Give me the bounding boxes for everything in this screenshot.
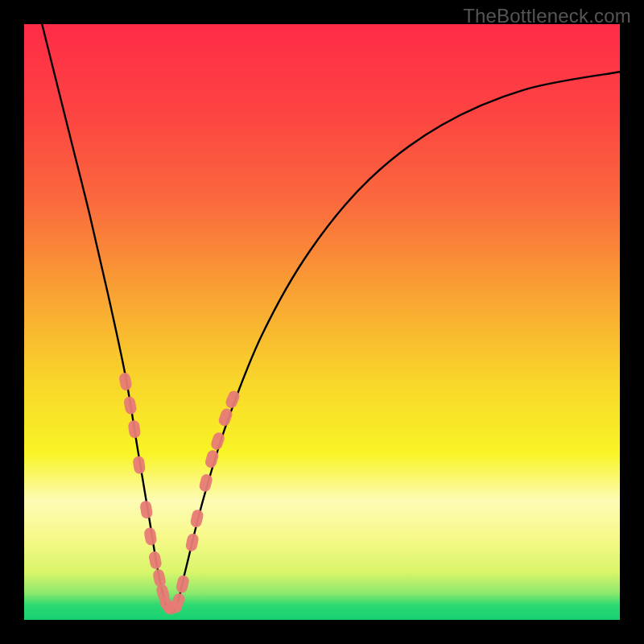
curve-layer bbox=[24, 24, 620, 620]
bottleneck-curve bbox=[42, 24, 620, 613]
data-point bbox=[148, 551, 163, 570]
chart-frame: TheBottleneck.com bbox=[0, 0, 644, 644]
data-point bbox=[175, 574, 190, 594]
data-point bbox=[198, 473, 213, 493]
data-point bbox=[184, 533, 199, 552]
data-point bbox=[132, 456, 146, 475]
data-point bbox=[123, 396, 138, 415]
data-point bbox=[118, 372, 133, 391]
plot-area bbox=[24, 24, 620, 620]
data-point bbox=[143, 526, 158, 546]
data-point bbox=[139, 500, 153, 519]
data-point bbox=[189, 509, 204, 529]
data-point bbox=[127, 419, 141, 439]
data-points-group bbox=[118, 372, 242, 616]
